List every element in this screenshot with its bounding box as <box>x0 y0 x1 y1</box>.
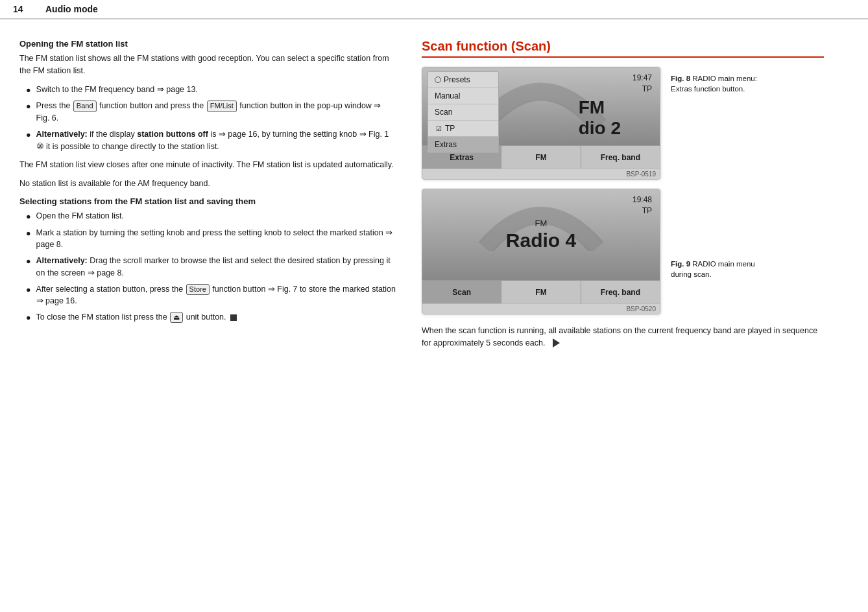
bullet-list-1: Switch to the FM frequency band ⇒ page 1… <box>26 84 396 153</box>
menu-item-scan[interactable]: Scan <box>428 104 498 121</box>
menu-item-manual[interactable]: Manual <box>428 88 498 104</box>
radio-display-1: 19:47 TP FM dio 2 Prese <box>422 67 660 145</box>
page-number: 14 <box>13 4 32 14</box>
list-item: Switch to the FM frequency band ⇒ page 1… <box>26 84 396 97</box>
section2-heading: Selecting stations from the FM station l… <box>19 196 396 206</box>
watermark-1: BSP-0519 <box>422 169 660 179</box>
fig9-num: Fig. 9 <box>671 260 690 268</box>
end-marker <box>230 314 237 321</box>
check-icon: ☑ <box>435 124 442 132</box>
list-item: Open the FM station list. <box>26 210 396 223</box>
list-item: To close the FM station list press the ⏏… <box>26 311 396 324</box>
fig9-caption: Fig. 9 RADIO main menu during scan. <box>671 259 775 279</box>
radio-station-1: FM dio 2 <box>579 97 621 139</box>
fig-caption-col: Fig. 8 RADIO main menu: Extras function … <box>671 67 775 279</box>
scan-title: Scan function (Scan) <box>422 39 824 58</box>
fm-btn-2[interactable]: FM <box>501 281 581 303</box>
radio-station-info-2: FM Radio 4 <box>506 218 576 252</box>
scan-btn[interactable]: Scan <box>422 281 501 303</box>
menu-item-extras[interactable]: Extras <box>428 137 498 152</box>
band-button[interactable]: Band <box>73 100 97 112</box>
list-item: Alternatively: if the display station bu… <box>26 128 396 153</box>
alt-label2: Alternatively: <box>36 256 88 265</box>
freqband-btn-1[interactable]: Freq. band <box>581 146 660 169</box>
eject-button[interactable]: ⏏ <box>170 312 183 323</box>
list-item: After selecting a station button, press … <box>26 283 396 308</box>
watermark-2: BSP-0520 <box>422 303 660 314</box>
menu-item-tp[interactable]: ☑ TP <box>428 121 498 137</box>
right-column: Scan function (Scan) 19:47 <box>422 39 824 599</box>
menu-item-presets[interactable]: Presets <box>428 72 498 88</box>
store-button[interactable]: Store <box>186 284 210 295</box>
bullet-list-2: Open the FM station list. Mark a station… <box>26 210 396 324</box>
fm-btn-1[interactable]: FM <box>501 146 581 169</box>
fig8-num: Fig. 8 <box>671 75 690 82</box>
continue-arrow <box>553 338 560 347</box>
figures-row: 19:47 TP FM dio 2 Prese <box>422 67 824 314</box>
page-title: Audio mode <box>45 4 98 14</box>
left-column: Opening the FM station list The FM stati… <box>19 39 396 599</box>
fig8-caption: Fig. 8 RADIO main menu: Extras function … <box>671 73 775 94</box>
freqband-btn-2[interactable]: Freq. band <box>581 281 660 303</box>
radio-ui-fig8: 19:47 TP FM dio 2 Prese <box>422 67 660 180</box>
header-bar: 14 Audio mode <box>0 0 868 19</box>
bottom-text: When the scan function is running, all a… <box>422 325 824 349</box>
section1-para3: No station list is available for the AM … <box>19 178 396 190</box>
radio-ui-fig9: 19:48 TP FM Radio 4 Scan FM Freq. band <box>422 189 660 314</box>
section1-heading: Opening the FM station list <box>19 39 396 49</box>
list-item: Mark a station by turning the setting kn… <box>26 227 396 252</box>
content-area: Opening the FM station list The FM stati… <box>0 19 868 612</box>
radio-bottom-2: Scan FM Freq. band <box>422 280 660 303</box>
list-item: Press the Band function button and press… <box>26 100 396 124</box>
radio-time-2: 19:48 TP <box>633 194 652 217</box>
radio-time-1: 19:47 TP <box>633 73 652 95</box>
circle-icon <box>435 76 441 83</box>
section1-para1: The FM station list shows all the FM sta… <box>19 53 396 77</box>
radio-menu-1: Presets Manual Scan ☑ TP <box>428 71 499 153</box>
radio-display-2: 19:48 TP FM Radio 4 <box>422 189 660 280</box>
figures-col: 19:47 TP FM dio 2 Prese <box>422 67 660 314</box>
page-container: 14 Audio mode Opening the FM station lis… <box>0 0 868 612</box>
alt-label: Alternatively: <box>36 130 88 139</box>
list-item: Alternatively: Drag the scroll marker to… <box>26 255 396 279</box>
fmlist-button[interactable]: FM/List <box>207 100 237 112</box>
section1-para2: The FM station list view closes after on… <box>19 159 396 171</box>
